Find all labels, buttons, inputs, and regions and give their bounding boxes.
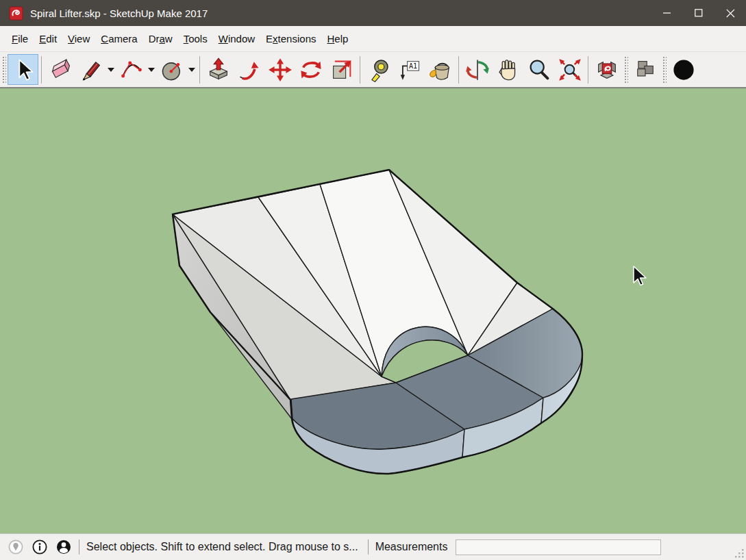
rotate-tool-button[interactable] xyxy=(295,54,326,85)
circle-tool-button[interactable] xyxy=(156,54,187,85)
toolbar-grip-handle[interactable] xyxy=(623,55,628,84)
pan-hand-icon xyxy=(496,58,521,82)
3d-warehouse-icon xyxy=(595,58,619,82)
rotate-icon xyxy=(299,58,323,82)
menu-help[interactable]: Help xyxy=(321,29,353,49)
eraser-icon xyxy=(48,58,73,82)
line-tool-button[interactable] xyxy=(75,54,106,85)
signin-icon[interactable] xyxy=(55,539,72,555)
zoom-icon xyxy=(527,58,551,82)
maximize-button[interactable] xyxy=(683,0,714,26)
maximize-icon xyxy=(695,9,703,17)
resize-grip[interactable] xyxy=(735,548,745,558)
push-pull-tool-button[interactable] xyxy=(203,54,234,85)
text-tool-button[interactable]: A1 xyxy=(394,54,425,85)
toolbar-grip-handle[interactable] xyxy=(662,55,667,84)
line-tool-dropdown[interactable] xyxy=(106,54,116,85)
arc-tool-dropdown[interactable] xyxy=(147,54,156,85)
toolbar-separator xyxy=(588,56,588,84)
menu-tools[interactable]: Tools xyxy=(178,29,213,49)
menu-window[interactable]: Window xyxy=(213,29,260,49)
tape-measure-icon xyxy=(366,58,391,82)
window-title: Spiral Lifter.skp - SketchUp Make 2017 xyxy=(30,8,208,19)
toolbar-separator xyxy=(360,56,360,84)
menu-draw[interactable]: Draw xyxy=(143,29,178,49)
eraser-tool-button[interactable] xyxy=(45,54,75,85)
sketchup-logo-icon xyxy=(9,6,23,21)
paint-bucket-icon xyxy=(428,58,453,82)
menu-file[interactable]: File xyxy=(6,29,34,49)
menu-camera[interactable]: Camera xyxy=(95,29,142,49)
statusbar: Select objects. Shift to extend select. … xyxy=(0,533,746,560)
zoom-extents-tool-button[interactable] xyxy=(554,54,585,85)
status-text: Select objects. Shift to extend select. … xyxy=(86,541,358,553)
toolbar-separator xyxy=(199,56,200,84)
components-icon xyxy=(633,58,658,82)
push-pull-icon xyxy=(206,58,231,82)
minimize-button[interactable] xyxy=(651,0,683,26)
menubar: File Edit View Camera Draw Tools Window … xyxy=(0,26,746,52)
move-icon xyxy=(268,58,293,82)
toolbar-separator xyxy=(41,56,42,84)
info-icon[interactable] xyxy=(32,539,48,555)
drawing-viewport[interactable] xyxy=(0,88,746,533)
paint-bucket-tool-button[interactable] xyxy=(425,54,456,85)
arc-tool-button[interactable] xyxy=(116,54,147,85)
geolocation-icon[interactable] xyxy=(8,539,24,555)
move-tool-button[interactable] xyxy=(264,54,295,85)
follow-me-tool-button[interactable] xyxy=(234,54,264,85)
statusbar-separator xyxy=(79,539,79,555)
circle-icon xyxy=(160,58,184,82)
select-tool-button[interactable] xyxy=(8,54,38,85)
3d-warehouse-button[interactable] xyxy=(591,54,622,85)
tape-measure-tool-button[interactable] xyxy=(363,54,394,85)
text-icon: A1 xyxy=(397,58,422,82)
titlebar[interactable]: Spiral Lifter.skp - SketchUp Make 2017 xyxy=(0,0,746,26)
arc-icon xyxy=(119,58,144,82)
mouse-cursor xyxy=(634,266,646,285)
components-tool-button[interactable] xyxy=(630,54,660,85)
toolbar-separator xyxy=(458,56,459,84)
orbit-tool-button[interactable] xyxy=(462,54,493,85)
measurements-label: Measurements xyxy=(375,541,448,553)
partial-tool-button[interactable] xyxy=(668,54,699,85)
zoom-extents-icon xyxy=(558,58,582,82)
measurements-input[interactable] xyxy=(456,539,661,555)
zoom-tool-button[interactable] xyxy=(523,54,554,85)
pencil-icon xyxy=(79,58,103,82)
select-arrow-icon xyxy=(11,58,36,82)
follow-me-icon xyxy=(237,58,262,82)
partial-black-circle-icon xyxy=(671,58,696,82)
text-tool-glyph: A1 xyxy=(408,62,416,69)
toolbar: A1 xyxy=(0,52,746,88)
sketchup-window: Spiral Lifter.skp - SketchUp Make 2017 F… xyxy=(0,0,746,560)
close-button[interactable] xyxy=(714,0,746,26)
orbit-icon xyxy=(465,58,490,82)
minimize-icon xyxy=(663,9,671,17)
menu-edit[interactable]: Edit xyxy=(34,29,62,49)
scale-tool-button[interactable] xyxy=(326,54,357,85)
close-icon xyxy=(726,9,735,18)
menu-view[interactable]: View xyxy=(62,29,95,49)
menu-extensions[interactable]: Extensions xyxy=(260,29,321,49)
pan-tool-button[interactable] xyxy=(493,54,523,85)
circle-tool-dropdown[interactable] xyxy=(187,54,197,85)
scale-icon xyxy=(330,58,354,82)
spiral-lifter-model xyxy=(0,88,746,533)
toolbar-grip-handle[interactable] xyxy=(1,55,6,84)
statusbar-separator xyxy=(368,539,369,555)
